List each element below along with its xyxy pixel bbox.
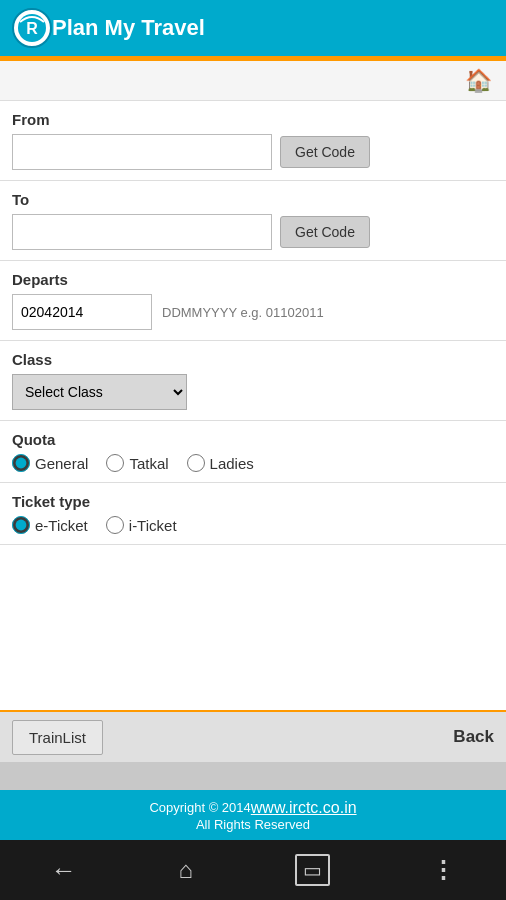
eticket-label: e-Ticket xyxy=(35,517,88,534)
app-title: Plan My Travel xyxy=(52,15,205,41)
svg-text:R: R xyxy=(26,20,38,37)
iticket-label: i-Ticket xyxy=(129,517,177,534)
quota-section: Quota General Tatkal Ladies xyxy=(0,421,506,483)
gray-separator xyxy=(0,762,506,790)
quota-general-label: General xyxy=(35,455,88,472)
to-input[interactable] xyxy=(12,214,272,250)
nav-bar: ← ⌂ ▭ ⋮ xyxy=(0,840,506,900)
class-section: Class Select Class 1A - First AC 2A - Se… xyxy=(0,341,506,421)
eticket-radio[interactable] xyxy=(12,516,30,534)
home-icon[interactable]: 🏠 xyxy=(465,68,492,94)
quota-label: Quota xyxy=(12,431,494,448)
to-get-code-button[interactable]: Get Code xyxy=(280,216,370,248)
footer-rights: All Rights Reserved xyxy=(196,817,310,832)
date-hint: DDMMYYYY e.g. 01102011 xyxy=(162,305,324,320)
class-select[interactable]: Select Class 1A - First AC 2A - Second A… xyxy=(12,374,187,410)
nav-menu-icon[interactable]: ⋮ xyxy=(431,856,455,884)
footer: Copyright © 2014 www.irctc.co.in All Rig… xyxy=(0,790,506,840)
quota-general-radio[interactable] xyxy=(12,454,30,472)
app-logo: R xyxy=(12,8,52,48)
footer-copyright: Copyright © 2014 xyxy=(149,800,250,815)
quota-ladies-label: Ladies xyxy=(210,455,254,472)
departs-section: Departs DDMMYYYY e.g. 01102011 xyxy=(0,261,506,341)
quota-tatkal-radio[interactable] xyxy=(106,454,124,472)
iticket-item[interactable]: i-Ticket xyxy=(106,516,177,534)
to-section: To Get Code xyxy=(0,181,506,261)
eticket-item[interactable]: e-Ticket xyxy=(12,516,88,534)
quota-ladies-item[interactable]: Ladies xyxy=(187,454,254,472)
iticket-radio[interactable] xyxy=(106,516,124,534)
from-input[interactable] xyxy=(12,134,272,170)
quota-general-item[interactable]: General xyxy=(12,454,88,472)
quota-tatkal-label: Tatkal xyxy=(129,455,168,472)
ticket-type-section: Ticket type e-Ticket i-Ticket xyxy=(0,483,506,545)
action-bar: TrainList Back xyxy=(0,710,506,762)
footer-link[interactable]: www.irctc.co.in xyxy=(251,799,357,817)
form-content: From Get Code To Get Code Departs DDMMYY… xyxy=(0,101,506,710)
quota-tatkal-item[interactable]: Tatkal xyxy=(106,454,168,472)
departs-label: Departs xyxy=(12,271,494,288)
nav-recents-icon[interactable]: ▭ xyxy=(295,854,330,886)
class-label: Class xyxy=(12,351,494,368)
home-bar: 🏠 xyxy=(0,61,506,101)
app-header: R Plan My Travel xyxy=(0,0,506,56)
ticket-type-label: Ticket type xyxy=(12,493,494,510)
nav-back-icon[interactable]: ← xyxy=(51,855,77,886)
back-button[interactable]: Back xyxy=(453,727,494,747)
from-get-code-button[interactable]: Get Code xyxy=(280,136,370,168)
from-label: From xyxy=(12,111,494,128)
from-section: From Get Code xyxy=(0,101,506,181)
departs-input[interactable] xyxy=(12,294,152,330)
to-label: To xyxy=(12,191,494,208)
nav-home-icon[interactable]: ⌂ xyxy=(178,856,193,884)
quota-ladies-radio[interactable] xyxy=(187,454,205,472)
train-list-button[interactable]: TrainList xyxy=(12,720,103,755)
